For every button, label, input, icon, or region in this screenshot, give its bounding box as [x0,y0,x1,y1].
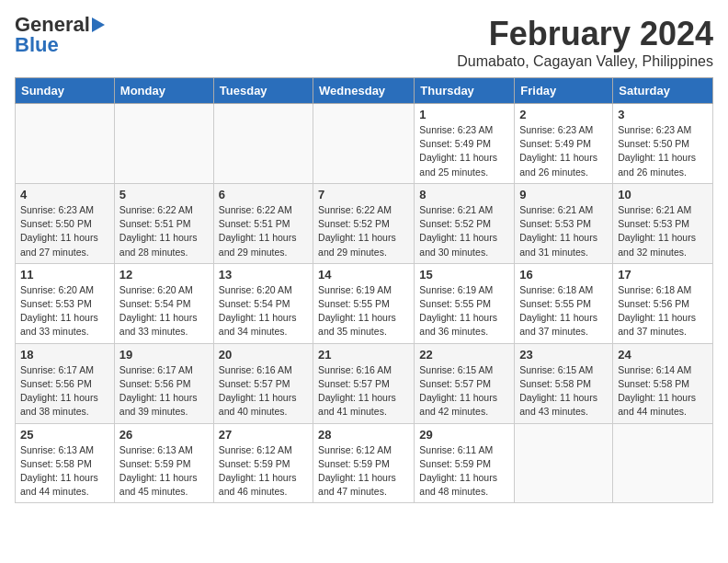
day-number: 1 [419,108,509,121]
day-info: Sunrise: 6:18 AM Sunset: 5:56 PM Dayligh… [618,283,708,339]
day-cell [114,104,213,184]
title-section: February 2024 Dumabato, Cagayan Valley, … [457,15,713,70]
week-row-2: 4Sunrise: 6:23 AM Sunset: 5:50 PM Daylig… [16,183,713,263]
day-number: 18 [20,348,109,362]
page-header: General Blue February 2024 Dumabato, Cag… [15,15,713,70]
day-info: Sunrise: 6:22 AM Sunset: 5:52 PM Dayligh… [318,203,409,259]
day-cell: 17Sunrise: 6:18 AM Sunset: 5:56 PM Dayli… [613,263,713,343]
day-info: Sunrise: 6:19 AM Sunset: 5:55 PM Dayligh… [419,283,509,339]
day-number: 28 [318,428,409,442]
day-cell [613,423,713,503]
day-number: 12 [119,268,209,282]
day-cell [16,104,115,184]
day-number: 14 [318,268,409,282]
day-number: 29 [419,428,509,442]
day-cell: 14Sunrise: 6:19 AM Sunset: 5:55 PM Dayli… [313,263,415,343]
day-number: 16 [519,268,608,282]
day-info: Sunrise: 6:12 AM Sunset: 5:59 PM Dayligh… [318,443,409,500]
day-number: 15 [419,268,509,282]
day-number: 17 [618,268,708,282]
day-cell: 2Sunrise: 6:23 AM Sunset: 5:49 PM Daylig… [515,104,613,184]
day-cell: 27Sunrise: 6:12 AM Sunset: 5:59 PM Dayli… [213,423,313,503]
day-number: 19 [119,348,209,362]
day-info: Sunrise: 6:19 AM Sunset: 5:55 PM Dayligh… [318,283,409,339]
day-number: 21 [318,348,409,362]
day-cell: 11Sunrise: 6:20 AM Sunset: 5:53 PM Dayli… [16,263,115,343]
calendar-table: SundayMondayTuesdayWednesdayThursdayFrid… [15,77,713,503]
day-cell: 5Sunrise: 6:22 AM Sunset: 5:51 PM Daylig… [114,183,213,263]
day-info: Sunrise: 6:23 AM Sunset: 5:50 PM Dayligh… [618,123,708,179]
day-info: Sunrise: 6:20 AM Sunset: 5:54 PM Dayligh… [219,283,308,339]
day-info: Sunrise: 6:20 AM Sunset: 5:54 PM Dayligh… [119,283,209,339]
day-number: 27 [219,428,308,442]
day-info: Sunrise: 6:21 AM Sunset: 5:53 PM Dayligh… [618,203,708,259]
day-info: Sunrise: 6:13 AM Sunset: 5:58 PM Dayligh… [20,443,109,500]
header-cell-tuesday: Tuesday [213,78,313,104]
day-cell: 9Sunrise: 6:21 AM Sunset: 5:53 PM Daylig… [515,183,613,263]
header-cell-monday: Monday [114,78,213,104]
day-cell: 21Sunrise: 6:16 AM Sunset: 5:57 PM Dayli… [313,343,415,423]
day-number: 2 [519,108,608,121]
header-cell-saturday: Saturday [613,78,713,104]
day-cell: 4Sunrise: 6:23 AM Sunset: 5:50 PM Daylig… [16,183,115,263]
day-info: Sunrise: 6:17 AM Sunset: 5:56 PM Dayligh… [20,363,109,419]
day-number: 23 [519,348,608,362]
day-number: 10 [618,188,708,201]
day-info: Sunrise: 6:16 AM Sunset: 5:57 PM Dayligh… [318,363,409,419]
logo-blue-text: Blue [15,35,59,55]
day-number: 5 [119,188,209,201]
day-info: Sunrise: 6:15 AM Sunset: 5:57 PM Dayligh… [419,363,509,419]
day-info: Sunrise: 6:20 AM Sunset: 5:53 PM Dayligh… [20,283,109,339]
week-row-3: 11Sunrise: 6:20 AM Sunset: 5:53 PM Dayli… [16,263,713,343]
location-title: Dumabato, Cagayan Valley, Philippines [457,53,713,70]
day-number: 24 [618,348,708,362]
month-title: February 2024 [457,15,713,53]
day-info: Sunrise: 6:21 AM Sunset: 5:52 PM Dayligh… [419,203,509,259]
day-cell: 7Sunrise: 6:22 AM Sunset: 5:52 PM Daylig… [313,183,415,263]
day-cell: 24Sunrise: 6:14 AM Sunset: 5:58 PM Dayli… [613,343,713,423]
day-info: Sunrise: 6:15 AM Sunset: 5:58 PM Dayligh… [519,363,608,419]
day-cell: 15Sunrise: 6:19 AM Sunset: 5:55 PM Dayli… [415,263,515,343]
header-cell-wednesday: Wednesday [313,78,415,104]
day-number: 9 [519,188,608,201]
day-cell [515,423,613,503]
day-info: Sunrise: 6:23 AM Sunset: 5:50 PM Dayligh… [20,203,109,259]
day-cell: 28Sunrise: 6:12 AM Sunset: 5:59 PM Dayli… [313,423,415,503]
day-cell: 12Sunrise: 6:20 AM Sunset: 5:54 PM Dayli… [114,263,213,343]
day-cell: 8Sunrise: 6:21 AM Sunset: 5:52 PM Daylig… [415,183,515,263]
logo-arrow-icon [92,17,105,32]
day-info: Sunrise: 6:18 AM Sunset: 5:55 PM Dayligh… [519,283,608,339]
day-info: Sunrise: 6:23 AM Sunset: 5:49 PM Dayligh… [519,123,608,179]
logo-general-text: General [15,15,90,35]
day-cell: 22Sunrise: 6:15 AM Sunset: 5:57 PM Dayli… [415,343,515,423]
day-number: 22 [419,348,509,362]
week-row-1: 1Sunrise: 6:23 AM Sunset: 5:49 PM Daylig… [16,104,713,184]
day-cell: 23Sunrise: 6:15 AM Sunset: 5:58 PM Dayli… [515,343,613,423]
day-number: 25 [20,428,109,442]
day-info: Sunrise: 6:21 AM Sunset: 5:53 PM Dayligh… [519,203,608,259]
week-row-5: 25Sunrise: 6:13 AM Sunset: 5:58 PM Dayli… [16,423,713,503]
day-info: Sunrise: 6:16 AM Sunset: 5:57 PM Dayligh… [219,363,308,419]
day-number: 6 [219,188,308,201]
day-number: 11 [20,268,109,282]
day-number: 3 [618,108,708,121]
day-number: 8 [419,188,509,201]
day-info: Sunrise: 6:22 AM Sunset: 5:51 PM Dayligh… [119,203,209,259]
day-info: Sunrise: 6:13 AM Sunset: 5:59 PM Dayligh… [119,443,209,500]
day-cell: 25Sunrise: 6:13 AM Sunset: 5:58 PM Dayli… [16,423,115,503]
header-cell-sunday: Sunday [16,78,115,104]
week-row-4: 18Sunrise: 6:17 AM Sunset: 5:56 PM Dayli… [16,343,713,423]
day-cell: 10Sunrise: 6:21 AM Sunset: 5:53 PM Dayli… [613,183,713,263]
day-cell: 20Sunrise: 6:16 AM Sunset: 5:57 PM Dayli… [213,343,313,423]
day-number: 20 [219,348,308,362]
day-cell [213,104,313,184]
day-number: 7 [318,188,409,201]
day-cell: 26Sunrise: 6:13 AM Sunset: 5:59 PM Dayli… [114,423,213,503]
day-cell: 19Sunrise: 6:17 AM Sunset: 5:56 PM Dayli… [114,343,213,423]
day-cell: 18Sunrise: 6:17 AM Sunset: 5:56 PM Dayli… [16,343,115,423]
day-cell: 29Sunrise: 6:11 AM Sunset: 5:59 PM Dayli… [415,423,515,503]
day-cell: 16Sunrise: 6:18 AM Sunset: 5:55 PM Dayli… [515,263,613,343]
day-info: Sunrise: 6:22 AM Sunset: 5:51 PM Dayligh… [219,203,308,259]
day-cell [313,104,415,184]
day-info: Sunrise: 6:23 AM Sunset: 5:49 PM Dayligh… [419,123,509,179]
